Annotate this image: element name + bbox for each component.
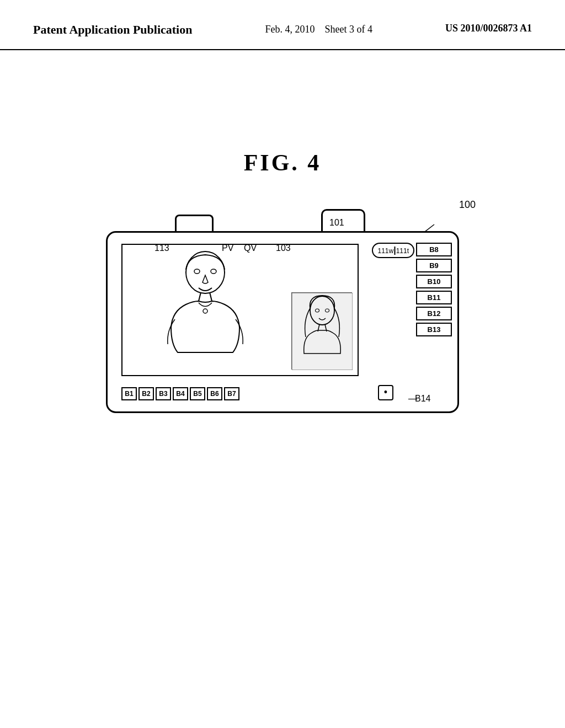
publication-label: Patent Application Publication [33, 23, 192, 36]
button-b7[interactable]: B7 [224, 387, 239, 400]
sheet-number: Sheet 3 of 4 [324, 24, 372, 35]
zoom-wide-label: 111w [377, 247, 393, 255]
button-b6[interactable]: B6 [207, 387, 222, 400]
person-main [156, 250, 255, 372]
label-103: 103 [276, 243, 291, 253]
header-right: US 2010/0026873 A1 [445, 22, 532, 35]
zoom-indicator: 111w|111t [372, 243, 414, 258]
diagram-container: 100 [89, 198, 476, 430]
button-b4[interactable]: B4 [173, 387, 188, 400]
screen-area [121, 244, 359, 376]
button-b5[interactable]: B5 [190, 387, 205, 400]
person-main-svg [156, 250, 255, 372]
page-header: Patent Application Publication Feb. 4, 2… [0, 0, 565, 50]
label-113: 113 [154, 243, 169, 253]
button-b13[interactable]: B13 [416, 323, 452, 336]
label-qv: QV [244, 243, 257, 253]
svg-rect-17 [292, 293, 353, 370]
svg-line-15 [210, 292, 212, 301]
button-b11[interactable]: B11 [416, 291, 452, 304]
person-small-svg [292, 293, 353, 370]
bottom-buttons-group: B1 B2 B3 B4 B5 B6 B7 [121, 387, 239, 400]
right-buttons-group: B8 B9 B10 B11 B12 B13 [416, 243, 452, 336]
figure-label: FIG. 4 [244, 149, 322, 176]
button-b1[interactable]: B1 [121, 387, 137, 400]
patent-number: US 2010/0026873 A1 [445, 23, 532, 34]
svg-point-16 [203, 309, 207, 313]
ref-100: 100 [459, 199, 476, 211]
label-b14: B14 [415, 394, 430, 404]
button-b3[interactable]: B3 [156, 387, 171, 400]
b14-area: • [378, 385, 393, 400]
button-b12[interactable]: B12 [416, 307, 452, 320]
main-content: FIG. 4 100 [0, 50, 565, 441]
svg-line-14 [199, 292, 201, 301]
publication-date: Feb. 4, 2010 [265, 24, 315, 35]
zoom-tele-label: 111t [396, 247, 409, 255]
button-b2[interactable]: B2 [138, 387, 154, 400]
button-b9[interactable]: B9 [416, 259, 452, 272]
label-pv: PV [222, 243, 233, 253]
button-b8[interactable]: B8 [416, 243, 452, 256]
button-b10[interactable]: B10 [416, 275, 452, 288]
person-small-inset [291, 292, 352, 370]
header-center: Feb. 4, 2010 Sheet 3 of 4 [265, 22, 372, 37]
svg-point-13 [211, 269, 216, 274]
svg-point-12 [194, 269, 200, 274]
label-b14-dash: — [408, 394, 417, 404]
button-b14-dot[interactable]: • [378, 385, 393, 400]
camera-body: B8 B9 B10 B11 B12 B13 111w|111t B1 B2 B3… [106, 231, 459, 413]
label-101: 101 [329, 218, 344, 228]
header-left: Patent Application Publication [33, 22, 192, 38]
svg-point-11 [186, 251, 225, 293]
